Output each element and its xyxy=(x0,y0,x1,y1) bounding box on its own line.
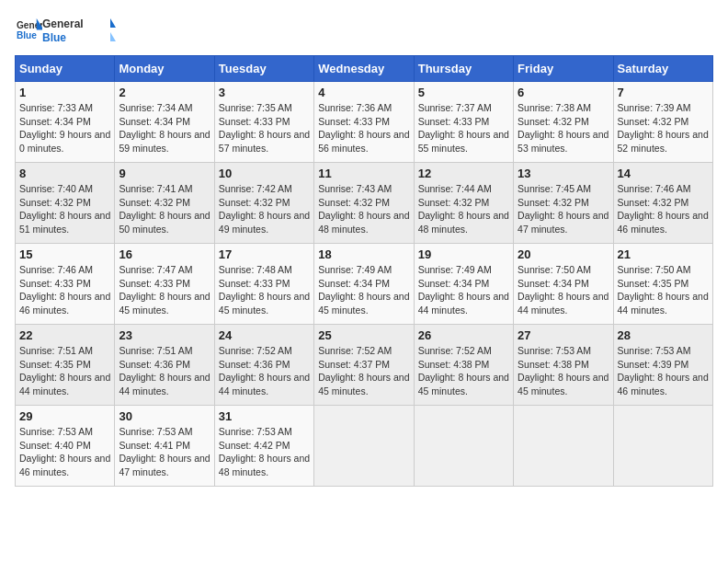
day-number: 1 xyxy=(19,86,110,99)
day-info: Sunrise: 7:49 AMSunset: 4:34 PMDaylight:… xyxy=(318,263,409,317)
day-number: 15 xyxy=(19,247,110,261)
calendar-cell: 29Sunrise: 7:53 AMSunset: 4:40 PMDayligh… xyxy=(16,406,115,487)
calendar-cell: 21Sunrise: 7:50 AMSunset: 4:35 PMDayligh… xyxy=(613,244,712,325)
day-info: Sunrise: 7:42 AMSunset: 4:32 PMDaylight:… xyxy=(219,182,310,236)
calendar-cell: 14Sunrise: 7:46 AMSunset: 4:32 PMDayligh… xyxy=(613,163,712,244)
calendar-cell: 27Sunrise: 7:53 AMSunset: 4:38 PMDayligh… xyxy=(514,325,613,406)
calendar-cell: 7Sunrise: 7:39 AMSunset: 4:32 PMDaylight… xyxy=(613,82,712,163)
day-info: Sunrise: 7:53 AMSunset: 4:39 PMDaylight:… xyxy=(618,344,709,398)
day-info: Sunrise: 7:51 AMSunset: 4:36 PMDaylight:… xyxy=(119,344,210,398)
day-info: Sunrise: 7:46 AMSunset: 4:33 PMDaylight:… xyxy=(19,263,110,317)
day-number: 9 xyxy=(119,167,210,180)
calendar-cell: 19Sunrise: 7:49 AMSunset: 4:34 PMDayligh… xyxy=(414,244,513,325)
calendar-cell: 16Sunrise: 7:47 AMSunset: 4:33 PMDayligh… xyxy=(115,244,214,325)
day-number: 11 xyxy=(318,167,409,180)
day-info: Sunrise: 7:52 AMSunset: 4:36 PMDaylight:… xyxy=(219,344,310,398)
calendar-cell: 22Sunrise: 7:51 AMSunset: 4:35 PMDayligh… xyxy=(16,325,115,406)
page-header: General Blue General Blue xyxy=(15,15,713,48)
day-info: Sunrise: 7:49 AMSunset: 4:34 PMDaylight:… xyxy=(418,263,509,317)
day-number: 14 xyxy=(618,167,709,180)
weekday-header-sunday: Sunday xyxy=(16,56,115,82)
day-number: 2 xyxy=(119,86,210,99)
day-number: 4 xyxy=(318,86,409,99)
day-number: 8 xyxy=(19,167,110,180)
day-number: 10 xyxy=(219,167,310,180)
calendar-cell: 8Sunrise: 7:40 AMSunset: 4:32 PMDaylight… xyxy=(16,163,115,244)
week-row-4: 22Sunrise: 7:51 AMSunset: 4:35 PMDayligh… xyxy=(16,325,713,406)
calendar-cell: 6Sunrise: 7:38 AMSunset: 4:32 PMDaylight… xyxy=(514,82,613,163)
calendar-cell: 11Sunrise: 7:43 AMSunset: 4:32 PMDayligh… xyxy=(314,163,414,244)
weekday-header-monday: Monday xyxy=(115,56,214,82)
svg-text:Blue: Blue xyxy=(42,31,66,44)
weekday-header-row: SundayMondayTuesdayWednesdayThursdayFrid… xyxy=(16,56,713,82)
day-info: Sunrise: 7:47 AMSunset: 4:33 PMDaylight:… xyxy=(119,263,210,317)
week-row-2: 8Sunrise: 7:40 AMSunset: 4:32 PMDaylight… xyxy=(16,163,713,244)
day-info: Sunrise: 7:44 AMSunset: 4:32 PMDaylight:… xyxy=(418,182,509,236)
day-number: 26 xyxy=(418,328,509,342)
day-info: Sunrise: 7:50 AMSunset: 4:35 PMDaylight:… xyxy=(618,263,709,317)
day-info: Sunrise: 7:41 AMSunset: 4:32 PMDaylight:… xyxy=(119,182,210,236)
day-info: Sunrise: 7:43 AMSunset: 4:32 PMDaylight:… xyxy=(318,182,409,236)
calendar-cell: 20Sunrise: 7:50 AMSunset: 4:34 PMDayligh… xyxy=(514,244,613,325)
calendar-cell: 30Sunrise: 7:53 AMSunset: 4:41 PMDayligh… xyxy=(115,406,214,487)
calendar-cell: 4Sunrise: 7:36 AMSunset: 4:33 PMDaylight… xyxy=(314,82,414,163)
week-row-1: 1Sunrise: 7:33 AMSunset: 4:34 PMDaylight… xyxy=(16,82,713,163)
day-number: 5 xyxy=(418,86,509,99)
day-number: 20 xyxy=(518,247,609,261)
weekday-header-thursday: Thursday xyxy=(414,56,513,82)
calendar-cell xyxy=(613,406,712,487)
calendar-cell: 10Sunrise: 7:42 AMSunset: 4:32 PMDayligh… xyxy=(214,163,313,244)
week-row-5: 29Sunrise: 7:53 AMSunset: 4:40 PMDayligh… xyxy=(16,406,713,487)
calendar-cell: 3Sunrise: 7:35 AMSunset: 4:33 PMDaylight… xyxy=(214,82,313,163)
day-number: 30 xyxy=(119,409,210,423)
calendar-cell: 31Sunrise: 7:53 AMSunset: 4:42 PMDayligh… xyxy=(214,406,313,487)
calendar-cell: 28Sunrise: 7:53 AMSunset: 4:39 PMDayligh… xyxy=(613,325,712,406)
weekday-header-tuesday: Tuesday xyxy=(214,56,313,82)
day-info: Sunrise: 7:53 AMSunset: 4:40 PMDaylight:… xyxy=(19,425,110,479)
day-number: 18 xyxy=(318,247,409,261)
day-info: Sunrise: 7:39 AMSunset: 4:32 PMDaylight:… xyxy=(618,101,709,155)
calendar-cell xyxy=(514,406,613,487)
calendar-cell: 2Sunrise: 7:34 AMSunset: 4:34 PMDaylight… xyxy=(115,82,214,163)
day-number: 25 xyxy=(318,328,409,342)
day-number: 27 xyxy=(518,328,609,342)
day-info: Sunrise: 7:52 AMSunset: 4:37 PMDaylight:… xyxy=(318,344,409,398)
calendar-cell: 5Sunrise: 7:37 AMSunset: 4:33 PMDaylight… xyxy=(414,82,513,163)
calendar-cell xyxy=(314,406,414,487)
calendar-cell: 17Sunrise: 7:48 AMSunset: 4:33 PMDayligh… xyxy=(214,244,313,325)
day-number: 28 xyxy=(618,328,709,342)
day-number: 17 xyxy=(219,247,310,261)
day-info: Sunrise: 7:34 AMSunset: 4:34 PMDaylight:… xyxy=(119,101,210,155)
day-number: 3 xyxy=(219,86,310,99)
day-number: 13 xyxy=(518,167,609,180)
day-info: Sunrise: 7:53 AMSunset: 4:42 PMDaylight:… xyxy=(219,425,310,479)
calendar-cell: 1Sunrise: 7:33 AMSunset: 4:34 PMDaylight… xyxy=(16,82,115,163)
calendar-cell: 15Sunrise: 7:46 AMSunset: 4:33 PMDayligh… xyxy=(16,244,115,325)
day-info: Sunrise: 7:46 AMSunset: 4:32 PMDaylight:… xyxy=(618,182,709,236)
calendar-cell: 13Sunrise: 7:45 AMSunset: 4:32 PMDayligh… xyxy=(514,163,613,244)
day-number: 23 xyxy=(119,328,210,342)
calendar-table: SundayMondayTuesdayWednesdayThursdayFrid… xyxy=(15,55,713,487)
svg-marker-6 xyxy=(110,32,116,41)
day-info: Sunrise: 7:38 AMSunset: 4:32 PMDaylight:… xyxy=(518,101,609,155)
day-number: 29 xyxy=(19,409,110,423)
calendar-cell: 18Sunrise: 7:49 AMSunset: 4:34 PMDayligh… xyxy=(314,244,414,325)
day-info: Sunrise: 7:37 AMSunset: 4:33 PMDaylight:… xyxy=(418,101,509,155)
calendar-cell: 12Sunrise: 7:44 AMSunset: 4:32 PMDayligh… xyxy=(414,163,513,244)
day-number: 21 xyxy=(618,247,709,261)
day-number: 19 xyxy=(418,247,509,261)
day-info: Sunrise: 7:40 AMSunset: 4:32 PMDaylight:… xyxy=(19,182,110,236)
day-info: Sunrise: 7:33 AMSunset: 4:34 PMDaylight:… xyxy=(19,101,110,155)
svg-text:General: General xyxy=(42,17,84,30)
calendar-cell: 23Sunrise: 7:51 AMSunset: 4:36 PMDayligh… xyxy=(115,325,214,406)
day-info: Sunrise: 7:53 AMSunset: 4:41 PMDaylight:… xyxy=(119,425,210,479)
calendar-cell: 24Sunrise: 7:52 AMSunset: 4:36 PMDayligh… xyxy=(214,325,313,406)
day-info: Sunrise: 7:52 AMSunset: 4:38 PMDaylight:… xyxy=(418,344,509,398)
day-info: Sunrise: 7:50 AMSunset: 4:34 PMDaylight:… xyxy=(518,263,609,317)
logo-svg: General Blue xyxy=(42,15,116,48)
day-info: Sunrise: 7:45 AMSunset: 4:32 PMDaylight:… xyxy=(518,182,609,236)
calendar-cell: 25Sunrise: 7:52 AMSunset: 4:37 PMDayligh… xyxy=(314,325,414,406)
day-number: 6 xyxy=(518,86,609,99)
week-row-3: 15Sunrise: 7:46 AMSunset: 4:33 PMDayligh… xyxy=(16,244,713,325)
day-info: Sunrise: 7:36 AMSunset: 4:33 PMDaylight:… xyxy=(318,101,409,155)
